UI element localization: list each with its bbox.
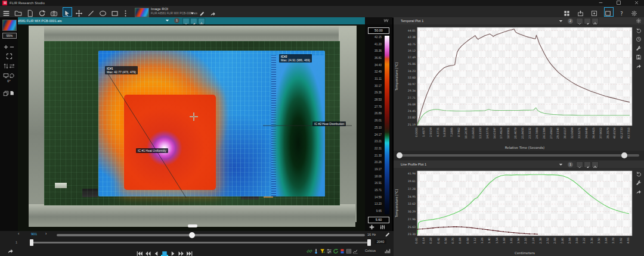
menu-button[interactable]: [2, 8, 11, 16]
ic2-line-label[interactable]: IC #2 Heat Distribution: [312, 121, 346, 126]
next-frame-button[interactable]: ›: [45, 232, 47, 236]
roi-selector-widget[interactable]: Image ROI FLIR A6581 FLIR MIX PCB-0001.a…: [135, 7, 239, 17]
single-view-button[interactable]: [605, 8, 613, 16]
scale-min-box[interactable]: 5.60: [368, 217, 389, 223]
flip-horizontal-icon[interactable]: [9, 63, 15, 69]
zoom-level-box[interactable]: 55%: [2, 33, 17, 39]
adjustments-icon[interactable]: [326, 248, 332, 254]
more-tools-button[interactable]: [122, 8, 130, 16]
table-view-icon[interactable]: [346, 248, 352, 254]
chevron-down-icon[interactable]: [558, 18, 564, 24]
fast-rewind-button[interactable]: [144, 248, 151, 255]
frame-slider-handle[interactable]: [189, 232, 195, 238]
time-range-track[interactable]: [397, 154, 639, 157]
profile-plot-title[interactable]: Line Profile Plot 1: [401, 163, 426, 166]
play-button[interactable]: [169, 248, 177, 255]
layout-grid-button[interactable]: [564, 8, 572, 16]
range-track[interactable]: [30, 242, 371, 243]
temporal-settings-gear-icon[interactable]: [636, 18, 642, 24]
save-icon[interactable]: [636, 54, 642, 60]
ic2-annotation-label[interactable]: IC#2 Max: 24.91 (986, 469): [279, 54, 312, 63]
wrench-icon[interactable]: [636, 45, 642, 51]
frame-slider-track[interactable]: [57, 234, 365, 236]
tab-popout-button[interactable]: [198, 18, 205, 24]
crosshair-handle-icon[interactable]: [190, 113, 198, 121]
end-frame-number[interactable]: 2040: [374, 239, 386, 244]
rotate-cw-icon[interactable]: [9, 73, 15, 79]
current-frame-number[interactable]: 901: [25, 232, 43, 236]
palette-icon[interactable]: [339, 248, 345, 254]
rotation-box[interactable]: 0°: [2, 79, 16, 83]
profile-close-button[interactable]: [576, 161, 583, 168]
layers-icon[interactable]: [3, 90, 9, 96]
profile-edit-button[interactable]: [584, 161, 591, 168]
time-range-end-handle[interactable]: [621, 152, 627, 158]
add-window-button[interactable]: [591, 8, 599, 16]
roi-edit-button[interactable]: [199, 8, 208, 16]
share-icon[interactable]: [636, 63, 642, 69]
file-button[interactable]: [26, 8, 35, 16]
undo-zoom-icon[interactable]: [636, 171, 642, 177]
trend-plot-icon[interactable]: [352, 248, 358, 254]
temporal-popout-button[interactable]: [592, 18, 599, 24]
wrench-icon[interactable]: [636, 180, 642, 186]
filter-icon[interactable]: [320, 248, 326, 254]
settings-button[interactable]: [631, 8, 639, 16]
step-back-button[interactable]: [153, 248, 160, 255]
image-thumbnail[interactable]: [2, 20, 17, 31]
skip-to-start-button[interactable]: [136, 248, 143, 255]
temporal-close-button[interactable]: [576, 18, 583, 24]
close-button[interactable]: [634, 0, 640, 6]
zoom-out-icon[interactable]: [9, 44, 15, 50]
ic1-annotation-label[interactable]: IC#1 Max: 42.77 (473, 479): [105, 66, 138, 74]
scale-adjust-icon[interactable]: [369, 224, 375, 230]
thermal-image-view[interactable]: IC#1 Max: 42.77 (473, 479) IC#2 Max: 24.…: [18, 24, 365, 231]
time-range-start-handle[interactable]: [397, 152, 402, 158]
tab-chevron-down-icon[interactable]: [165, 18, 170, 23]
chevron-down-icon[interactable]: [558, 162, 564, 167]
export-button[interactable]: [577, 8, 586, 16]
prev-frame-button[interactable]: ‹: [18, 232, 19, 236]
profile-popout-button[interactable]: [592, 161, 599, 168]
image-scrollbar-thumb[interactable]: [188, 224, 197, 227]
select-tool-button[interactable]: [63, 8, 72, 16]
rectangle-roi-tool-button[interactable]: [111, 8, 119, 16]
line-roi-tool-button[interactable]: [87, 8, 95, 16]
tab-close-view-button[interactable]: [182, 18, 190, 24]
temporal-edit-button[interactable]: [584, 18, 591, 24]
skip-to-end-button[interactable]: [186, 248, 193, 255]
ic1-profile-line[interactable]: [108, 74, 186, 198]
refresh-loop-icon[interactable]: [333, 248, 339, 254]
open-file-button[interactable]: [14, 8, 23, 16]
copy-page-icon[interactable]: [9, 90, 15, 96]
move-tool-button[interactable]: [75, 8, 83, 16]
range-start-handle[interactable]: [30, 239, 33, 246]
range-end-handle[interactable]: [367, 239, 371, 246]
fusion-view-icon[interactable]: [3, 73, 9, 79]
scale-max-box[interactable]: 50.00: [368, 27, 389, 34]
export-sequence-icon[interactable]: [7, 248, 14, 254]
help-button[interactable]: ?: [618, 8, 627, 16]
zoom-in-icon[interactable]: [3, 44, 9, 50]
units-label[interactable]: Celsius: [365, 249, 376, 252]
histogram-icon[interactable]: [384, 248, 391, 254]
scale-histogram-icon[interactable]: [379, 224, 386, 230]
profile-plot-chart[interactable]: 0.000.140.280.420.560.700.840.981.121.26…: [394, 168, 633, 256]
tab-edit-button[interactable]: [190, 18, 197, 24]
fast-forward-button[interactable]: [178, 248, 185, 255]
roi-dropdown-button[interactable]: [190, 8, 198, 16]
ic1-area-label[interactable]: IC #1 Heat Uniformity: [136, 148, 168, 153]
ellipse-roi-tool-button[interactable]: [99, 8, 107, 16]
colorbar-palette-icon[interactable]: [383, 18, 389, 23]
history-icon[interactable]: [636, 36, 642, 42]
minimize-button[interactable]: [598, 0, 605, 6]
edit-framerate-icon[interactable]: [385, 232, 391, 238]
undo-zoom-icon[interactable]: [636, 27, 642, 33]
link-icon[interactable]: [306, 248, 312, 254]
camera-button[interactable]: [50, 8, 58, 16]
color-gradient-bar[interactable]: [385, 36, 389, 214]
temporal-plot-chart[interactable]: 0.00001.45772.91544.37315.83087.28858.74…: [394, 24, 633, 151]
temporal-plot-title[interactable]: Temporal Plot 1: [401, 19, 423, 23]
flip-vertical-icon[interactable]: [3, 63, 9, 69]
thermometer-icon[interactable]: [313, 248, 319, 254]
